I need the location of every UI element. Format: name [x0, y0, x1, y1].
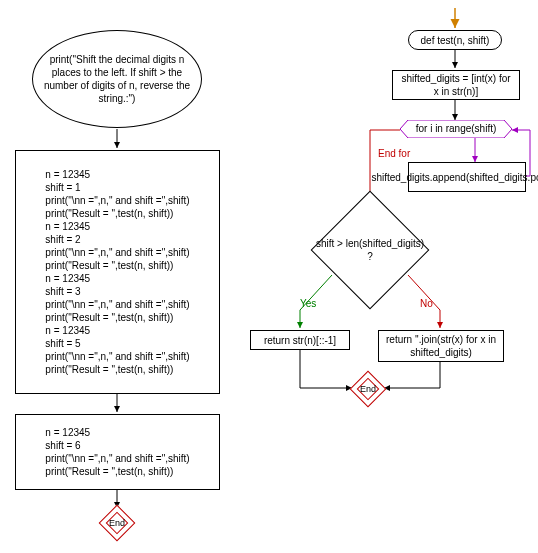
start-print: print("Shift the decimal digits n places…	[32, 30, 202, 128]
code-block-2: n = 12345 shift = 6 print("\nn =",n," an…	[15, 414, 220, 490]
yes-label: Yes	[300, 298, 316, 309]
init-digits-text: shifted_digits = [int(x) for x in str(n)…	[399, 72, 513, 98]
init-digits: shifted_digits = [int(x) for x in str(n)…	[392, 70, 520, 100]
start-print-text: print("Shift the decimal digits n places…	[41, 53, 193, 105]
no-return: return ''.join(str(x) for x in shifted_d…	[378, 330, 504, 362]
yes-return: return str(n)[::-1]	[250, 330, 350, 350]
func-def: def test(n, shift)	[408, 30, 502, 50]
yes-return-text: return str(n)[::-1]	[264, 334, 336, 347]
code-block-1: n = 12345 shift = 1 print("\nn =",n," an…	[15, 150, 220, 394]
decision: shift > len(shifted_digits) ?	[310, 215, 430, 285]
end-for-label: End for	[378, 148, 410, 159]
code-block-1-text: n = 12345 shift = 1 print("\nn =",n," an…	[45, 168, 189, 376]
right-end: End	[355, 376, 381, 402]
no-return-text: return ''.join(str(x) for x in shifted_d…	[385, 333, 497, 359]
loop-header-text: for i in range(shift)	[400, 120, 512, 138]
loop-body: shifted_digits.append(shifted_digits.pop…	[408, 162, 526, 192]
func-def-text: def test(n, shift)	[421, 34, 490, 47]
no-label: No	[420, 298, 433, 309]
code-block-2-text: n = 12345 shift = 6 print("\nn =",n," an…	[45, 426, 189, 478]
decision-text: shift > len(shifted_digits) ?	[310, 237, 430, 263]
loop-body-text: shifted_digits.append(shifted_digits.pop…	[371, 171, 538, 184]
right-end-label: End	[355, 376, 381, 402]
left-end-label: End	[104, 510, 130, 536]
left-end: End	[104, 510, 130, 536]
loop-header: for i in range(shift)	[400, 120, 512, 138]
